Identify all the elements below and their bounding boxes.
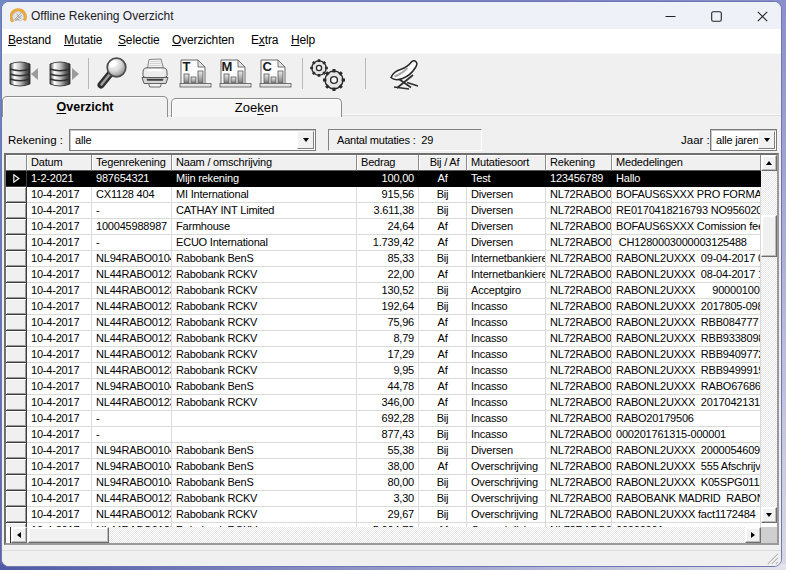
- table-row[interactable]: 10-4-2017 - 877,43 Bij Incasso NL72RABO0…: [6, 427, 761, 443]
- cell-datum: 10-4-2017: [27, 475, 92, 491]
- gears-icon: [306, 56, 348, 92]
- cell-mededelingen: RABONL2UXXX 555 Afschrijvin: [612, 459, 761, 475]
- table-row[interactable]: 10-4-2017 NL44RABO0123 Rabobank RCKV 17,…: [6, 347, 761, 363]
- table-row[interactable]: 10-4-2017 NL44RABO0123 Rabobank RCKV 192…: [6, 299, 761, 315]
- table-row[interactable]: 10-4-2017 NL44RABO0123 Rabobank RCKV 75,…: [6, 315, 761, 331]
- title-bar[interactable]: Offline Rekening Overzicht: [2, 2, 781, 29]
- scroll-right-button[interactable]: [745, 527, 761, 543]
- print-button[interactable]: [137, 56, 173, 92]
- cell-mutatiesoort: Incasso: [467, 427, 546, 443]
- arrow-down-icon: [766, 513, 772, 517]
- row-indicator-cell: [6, 219, 27, 235]
- column-header-tegenrekening[interactable]: Tegenrekening: [92, 155, 172, 171]
- tab-zoeken[interactable]: Zoeken: [171, 98, 342, 117]
- row-indicator-cell: [6, 459, 27, 475]
- cell-datum: 10-4-2017: [27, 251, 92, 267]
- column-header-datum[interactable]: Datum: [27, 155, 92, 171]
- tab-overzicht[interactable]: Overzicht: [2, 96, 168, 117]
- cell-bijaf: Af: [419, 171, 467, 187]
- column-header-mutatiesoort[interactable]: Mutatiesoort: [467, 155, 546, 171]
- cell-tegenrekening: -: [92, 427, 172, 443]
- scroll-left-button[interactable]: [11, 527, 27, 543]
- cell-tegenrekening: NL94RABO0104: [92, 443, 172, 459]
- aantal-mutaties-panel: Aantal mutaties : 29: [328, 129, 482, 151]
- previous-account-button[interactable]: [7, 56, 39, 92]
- cell-bedrag: 22,00: [357, 267, 419, 283]
- rekening-select[interactable]: alle: [69, 129, 316, 151]
- settings-button[interactable]: [305, 56, 349, 92]
- table-row[interactable]: 10-4-2017 NL44RABO0123 Rabobank RCKV 8,7…: [6, 331, 761, 347]
- cell-mededelingen: CH1280003000003125488: [612, 235, 761, 251]
- table-row[interactable]: 10-4-2017 NL44RABO0123 Rabobank RCKV 9,9…: [6, 363, 761, 379]
- column-header-bedrag[interactable]: Bedrag: [357, 155, 419, 171]
- table-row[interactable]: 10-4-2017 100045988987 Farmhouse 24,64 A…: [6, 219, 761, 235]
- table-row[interactable]: 10-4-2017 NL94RABO0104 Rabobank BenS 80,…: [6, 475, 761, 491]
- menu-item-bestand[interactable]: Bestand: [8, 29, 51, 53]
- maximize-button[interactable]: [693, 2, 739, 30]
- cell-bijaf: Bij: [419, 203, 467, 219]
- menu-item-help[interactable]: Help: [291, 29, 315, 53]
- cell-naam: Rabobank RCKV: [172, 315, 357, 331]
- table-row[interactable]: 10-4-2017 NL44RABO0123 Rabobank RCKV 3,3…: [6, 491, 761, 507]
- report-category-button[interactable]: C: [256, 56, 292, 92]
- exit-button[interactable]: [387, 56, 421, 92]
- scroll-down-button[interactable]: [761, 507, 777, 523]
- table-row[interactable]: 10-4-2017 - ECUO International 1.739,42 …: [6, 235, 761, 251]
- table-row[interactable]: 10-4-2017 NL44RABO0123 Rabobank RCKV 29,…: [6, 507, 761, 523]
- cell-tegenrekening: NL94RABO0104: [92, 251, 172, 267]
- table-row[interactable]: 10-4-2017 NL44RABO0123 Rabobank RCKV 346…: [6, 395, 761, 411]
- table-row[interactable]: 10-4-2017 NL44RABO0123 Rabobank RCKV 130…: [6, 283, 761, 299]
- table-row[interactable]: 10-4-2017 CX1128 404 MI International 91…: [6, 187, 761, 203]
- scroll-up-button[interactable]: [761, 155, 777, 171]
- cell-naam: Rabobank BenS: [172, 251, 357, 267]
- column-header-naam[interactable]: Naam / omschrijving: [172, 155, 357, 171]
- cell-mededelingen: RABONL2UXXX RBB94999195: [612, 363, 761, 379]
- close-button[interactable]: [739, 2, 782, 30]
- cell-mededelingen: BOFAUS6SXXX Comission fee: [612, 219, 761, 235]
- cell-mededelingen: RABO20179506: [612, 411, 761, 427]
- menu-item-extra[interactable]: Extra: [251, 29, 278, 53]
- minimize-button[interactable]: [647, 2, 693, 30]
- menu-item-mutatie[interactable]: Mutatie: [64, 29, 102, 53]
- rekening-dropdown-button[interactable]: [297, 131, 314, 149]
- cell-bijaf: Bij: [419, 299, 467, 315]
- jaar-select[interactable]: alle jaren: [710, 129, 777, 151]
- table-row[interactable]: 10-4-2017 NL44RABO0123 Rabobank RCKV 22,…: [6, 267, 761, 283]
- report-totals-button[interactable]: T: [176, 56, 212, 92]
- horizontal-scrollbar-thumb[interactable]: [28, 527, 109, 543]
- vertical-scrollbar-thumb[interactable]: [761, 215, 777, 257]
- cell-rekening: 123456789: [546, 171, 612, 187]
- cell-naam: Rabobank BenS: [172, 459, 357, 475]
- column-header-bijaf[interactable]: Bij / Af: [419, 155, 467, 171]
- table-row[interactable]: 10-4-2017 NL94RABO0104 Rabobank BenS 55,…: [6, 443, 761, 459]
- svg-text:T: T: [182, 59, 190, 74]
- jaar-dropdown-button[interactable]: [758, 131, 775, 149]
- minimize-icon: [665, 11, 676, 22]
- table-row[interactable]: 10-4-2017 - 692,28 Bij Incasso NL72RABO0…: [6, 411, 761, 427]
- vertical-scrollbar[interactable]: [761, 155, 777, 523]
- table-row[interactable]: 10-4-2017 NL94RABO0104 Rabobank BenS 44,…: [6, 379, 761, 395]
- table-row[interactable]: 1-2-2021 987654321 Mijn rekening 100,00 …: [6, 171, 761, 187]
- cell-tegenrekening: NL44RABO0123: [92, 363, 172, 379]
- row-indicator-cell: [6, 171, 27, 187]
- cell-naam: ECUO International: [172, 235, 357, 251]
- report-monthly-button[interactable]: M: [216, 56, 252, 92]
- cell-tegenrekening: -: [92, 235, 172, 251]
- svg-text:M: M: [221, 59, 232, 74]
- next-account-button[interactable]: [47, 56, 79, 92]
- table-row[interactable]: 10-4-2017 - CATHAY INT Limited 3.611,38 …: [6, 203, 761, 219]
- search-button[interactable]: [95, 56, 131, 92]
- menu-item-overzichten[interactable]: Overzichten: [172, 29, 234, 53]
- column-header-mededelingen[interactable]: Mededelingen: [612, 155, 761, 171]
- cell-bijaf: Bij: [419, 427, 467, 443]
- horizontal-scrollbar[interactable]: [11, 527, 761, 543]
- cell-datum: 10-4-2017: [27, 427, 92, 443]
- cell-datum: 10-4-2017: [27, 203, 92, 219]
- cell-datum: 10-4-2017: [27, 315, 92, 331]
- table-row[interactable]: 10-4-2017 NL94RABO0104 Rabobank BenS 38,…: [6, 459, 761, 475]
- menu-item-selectie[interactable]: Selectie: [118, 29, 160, 53]
- table-row[interactable]: 10-4-2017 NL94RABO0104 Rabobank BenS 85,…: [6, 251, 761, 267]
- column-header-rekening[interactable]: Rekening: [546, 155, 612, 171]
- resize-grip-icon[interactable]: [765, 551, 779, 565]
- cell-mutatiesoort: Incasso: [467, 315, 546, 331]
